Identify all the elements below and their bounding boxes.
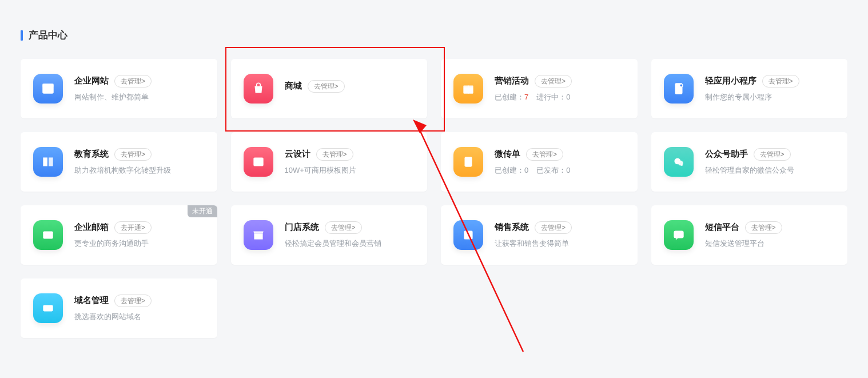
card-title: 企业邮箱 [74,222,109,233]
card-edu[interactable]: 教育系统 去管理> 助力教培机构数字化转型升级 [21,132,217,192]
card-flyer[interactable]: 微传单 去管理> 已创建：0 已发布：0 [441,132,638,192]
card-desc: 网站制作、维护都简单 [74,92,205,102]
card-desc: 短信发送管理平台 [705,238,835,249]
card-desc: 挑选喜欢的网站域名 [74,312,205,322]
bag-icon [244,74,273,104]
manage-button[interactable]: 去管理> [308,80,345,93]
card-title: 公众号助手 [705,149,748,160]
card-marketing[interactable]: 营销活动 去管理> 已创建：7 进行中：0 [441,59,638,118]
svg-rect-21 [466,234,471,236]
svg-point-3 [46,85,47,86]
card-sales[interactable]: 销售系统 去管理> 让获客和销售变得简单 [441,205,638,265]
card-desc: 轻松管理自家的微信公众号 [705,165,835,176]
card-site[interactable]: 企业网站 去管理> 网站制作、维护都简单 [21,59,217,118]
svg-rect-22 [466,236,469,237]
manage-button[interactable]: 去管理> [535,221,572,234]
card-desc: 制作您的专属小程序 [705,92,835,102]
card-miniapp[interactable]: 轻应用小程序 去管理> 制作您的专属小程序 [651,59,848,118]
mail-icon [33,220,63,250]
manage-button[interactable]: 去管理> [745,221,782,234]
miniapp-icon [664,74,694,104]
manage-button[interactable]: 去管理> [762,75,799,88]
card-title: 商城 [285,81,302,91]
wechat-icon [664,147,694,177]
card-title: 门店系统 [285,222,319,233]
svg-rect-6 [468,86,469,94]
manage-button[interactable]: 去管理> [114,148,152,161]
card-stats: 已创建：7 进行中：0 [495,92,625,102]
card-desc: 让获客和销售变得简单 [495,238,625,249]
svg-point-17 [680,164,682,166]
card-store[interactable]: 门店系统 去管理> 轻松搞定会员管理和会员营销 [231,205,428,265]
card-title: 营销活动 [495,75,529,86]
manage-button[interactable]: 去管理> [535,75,572,88]
card-sms[interactable]: 短信平台 去管理> 短信发送管理平台 [651,205,848,265]
manage-button[interactable]: 去管理> [526,148,563,161]
svg-point-2 [44,85,45,86]
card-desc: 更专业的商务沟通助手 [74,238,205,249]
section-title: 产品中心 [21,29,847,42]
page-icon [453,147,483,177]
image-icon [244,147,273,177]
svg-rect-24 [675,234,682,235]
svg-rect-13 [466,161,471,162]
card-title: 教育系统 [74,149,109,160]
svg-text:W.≡: W.≡ [45,306,53,311]
card-title: 云设计 [285,149,310,160]
svg-rect-18 [43,232,53,239]
svg-rect-14 [466,162,469,164]
card-title: 企业网站 [74,75,109,86]
gift-icon [453,74,483,104]
store-icon [244,220,273,250]
card-title: 短信平台 [705,222,739,233]
manage-button[interactable]: 去管理> [114,295,152,308]
card-design[interactable]: 云设计 去管理> 10W+可商用模板图片 [231,132,428,192]
card-wechat[interactable]: 公众号助手 去管理> 轻松管理自家的微信公众号 [651,132,848,192]
book-icon [33,147,63,177]
card-desc: 轻松搞定会员管理和会员营销 [285,238,415,249]
window-icon [33,74,63,104]
card-desc: 10W+可商用模板图片 [285,165,415,176]
svg-rect-20 [466,233,471,234]
domain-icon: W.≡ [33,293,63,323]
card-title: 销售系统 [495,222,529,233]
activate-button[interactable]: 去开通> [114,221,152,234]
card-desc: 助力教培机构数字化转型升级 [74,165,205,176]
card-title: 轻应用小程序 [705,75,756,86]
manage-button[interactable]: 去管理> [325,221,362,234]
inactive-badge: 未开通 [188,205,217,217]
svg-rect-12 [466,159,471,160]
card-domain[interactable]: W.≡ 域名管理 去管理> 挑选喜欢的网站域名 [21,278,217,338]
card-title: 域名管理 [74,295,109,306]
svg-rect-11 [465,157,472,166]
manage-button[interactable]: 去管理> [114,75,152,88]
chat-icon [664,220,694,250]
card-mail[interactable]: 未开通 企业邮箱 去开通> 更专业的商务沟通助手 [21,205,217,265]
manage-button[interactable]: 去管理> [754,148,791,161]
card-mall[interactable]: 商城 去管理> [231,59,428,118]
manage-button[interactable]: 去管理> [316,148,353,161]
svg-point-10 [256,160,257,161]
product-center-section: 产品中心 企业网站 去管理> 网站制作、维护都简单 商城 [0,0,868,338]
card-title: 微传单 [495,149,520,160]
card-stats: 已创建：0 已发布：0 [495,165,625,176]
product-grid: 企业网站 去管理> 网站制作、维护都简单 商城 去管理> [21,59,847,338]
list-icon [453,220,483,250]
